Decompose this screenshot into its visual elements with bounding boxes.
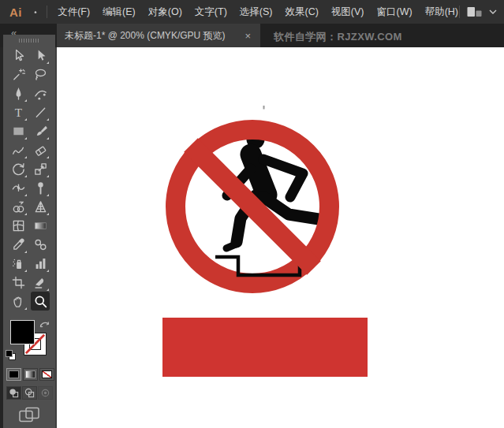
selection-icon xyxy=(11,48,26,63)
tab-bar: « 未标题-1* @ 200% (CMYK/GPU 预览) × 软件自学网：RJ… xyxy=(0,24,504,47)
tool-selection[interactable] xyxy=(9,46,28,65)
tool-symbol-sprayer[interactable] xyxy=(9,254,28,273)
gradient-button[interactable] xyxy=(23,368,38,381)
menu-help[interactable]: 帮助(H) xyxy=(424,4,459,20)
draw-inside-button[interactable] xyxy=(38,386,53,400)
screen-mode-icon[interactable] xyxy=(19,407,39,423)
tool-blend[interactable] xyxy=(31,235,50,254)
tool-eyedropper[interactable] xyxy=(9,235,28,254)
artboard-canvas[interactable] xyxy=(55,47,504,428)
tool-lasso[interactable] xyxy=(31,65,50,84)
column-graph-icon xyxy=(33,256,48,271)
none-button[interactable] xyxy=(39,368,54,381)
swap-fill-stroke-icon[interactable] xyxy=(39,319,50,329)
hand-icon xyxy=(11,294,26,309)
tool-rectangle[interactable] xyxy=(9,121,28,140)
chevron-down-icon[interactable] xyxy=(489,9,497,15)
document-tab[interactable]: 未标题-1* @ 200% (CMYK/GPU 预览) × xyxy=(57,24,260,47)
paintbrush-icon xyxy=(33,124,48,139)
watermark-text: 软件自学网：RJZXW.COM xyxy=(274,30,402,44)
eraser-icon xyxy=(33,143,48,158)
tool-free-transform[interactable] xyxy=(31,178,50,197)
menu-bar: Ai 文件(F)编辑(E)对象(O)文字(T)选择(S)效果(C)视图(V)窗口… xyxy=(0,0,504,24)
shape-builder-icon xyxy=(11,199,26,214)
perspective-grid-icon xyxy=(33,199,48,214)
rotate-icon xyxy=(11,162,26,177)
curvature-icon xyxy=(33,86,48,101)
figure-front-foot xyxy=(226,244,237,248)
menu-file[interactable]: 文件(F) xyxy=(57,4,91,20)
gradient-icon xyxy=(33,218,48,233)
pen-icon xyxy=(11,86,26,101)
tool-gradient[interactable] xyxy=(31,216,50,235)
tool-width[interactable] xyxy=(9,178,28,197)
app-logo[interactable]: Ai xyxy=(9,6,22,19)
tool-eraser[interactable] xyxy=(31,140,50,159)
lasso-icon xyxy=(33,67,48,82)
menu-select[interactable]: 选择(S) xyxy=(239,4,274,20)
tool-magic-wand[interactable] xyxy=(9,65,28,84)
home-icon[interactable] xyxy=(34,6,37,18)
shaper-icon xyxy=(11,143,26,158)
color-type-buttons xyxy=(6,368,55,381)
mesh-icon xyxy=(11,218,26,233)
symbol-sprayer-icon xyxy=(11,256,26,271)
tool-curvature[interactable] xyxy=(31,84,50,102)
line-segment-icon xyxy=(33,105,48,120)
width-icon xyxy=(11,181,26,195)
tool-hand[interactable] xyxy=(9,292,28,311)
document-tab-title: 未标题-1* @ 200% (CMYK/GPU 预览) xyxy=(65,29,226,43)
color-button[interactable] xyxy=(6,368,21,381)
tool-slice[interactable] xyxy=(31,273,50,292)
anchor-mark xyxy=(263,106,265,110)
tool-artboard[interactable] xyxy=(9,273,28,292)
workspace-switcher-icon[interactable] xyxy=(467,6,482,17)
tool-shaper[interactable] xyxy=(9,140,28,159)
tool-scale[interactable] xyxy=(31,159,50,178)
zoom-icon xyxy=(33,294,48,309)
fill-stroke-control xyxy=(3,318,55,364)
tool-rotate[interactable] xyxy=(9,159,28,178)
tool-type[interactable]: T xyxy=(9,102,28,121)
rectangle-icon xyxy=(11,124,26,139)
free-transform-icon xyxy=(33,181,48,195)
artboard-icon xyxy=(11,275,26,290)
svg-text:T: T xyxy=(14,105,22,118)
menu-items: 文件(F)编辑(E)对象(O)文字(T)选择(S)效果(C)视图(V)窗口(W)… xyxy=(57,4,459,20)
direct-selection-icon xyxy=(33,48,48,63)
menu-effect[interactable]: 效果(C) xyxy=(284,4,319,20)
blend-icon xyxy=(33,237,48,252)
tool-perspective-grid[interactable] xyxy=(31,197,50,216)
scale-icon xyxy=(33,162,48,177)
menubar-divider-right xyxy=(459,6,460,18)
tool-shape-builder[interactable] xyxy=(9,197,28,216)
slice-icon xyxy=(33,275,48,290)
banner-rect[interactable] xyxy=(162,318,368,377)
tools-panel: T xyxy=(3,35,55,428)
tool-mesh[interactable] xyxy=(9,216,28,235)
menu-type[interactable]: 文字(T) xyxy=(194,4,228,20)
artwork-prohibition-sign[interactable] xyxy=(57,47,504,428)
tool-column-graph[interactable] xyxy=(31,254,50,273)
fill-swatch[interactable] xyxy=(10,320,35,344)
magic-wand-icon xyxy=(11,67,26,82)
type-icon: T xyxy=(11,105,26,120)
menu-window[interactable]: 窗口(W) xyxy=(376,4,413,20)
close-tab-icon[interactable]: × xyxy=(243,30,252,42)
tool-paintbrush[interactable] xyxy=(31,121,50,140)
tool-zoom[interactable] xyxy=(31,292,50,311)
tool-direct-selection[interactable] xyxy=(31,46,50,65)
menu-view[interactable]: 视图(V) xyxy=(330,4,365,20)
drawing-modes xyxy=(6,386,55,400)
tools-grid: T xyxy=(3,46,55,311)
menu-edit[interactable]: 编辑(E) xyxy=(102,4,136,20)
eyedropper-icon xyxy=(11,237,26,252)
default-fill-stroke-icon[interactable] xyxy=(5,349,17,361)
panel-drag-handle[interactable] xyxy=(19,39,39,43)
tool-line-segment[interactable] xyxy=(31,102,50,121)
menu-object[interactable]: 对象(O) xyxy=(147,4,183,20)
draw-normal-button[interactable] xyxy=(6,386,21,400)
draw-behind-button[interactable] xyxy=(22,386,37,400)
tool-pen[interactable] xyxy=(9,84,28,102)
